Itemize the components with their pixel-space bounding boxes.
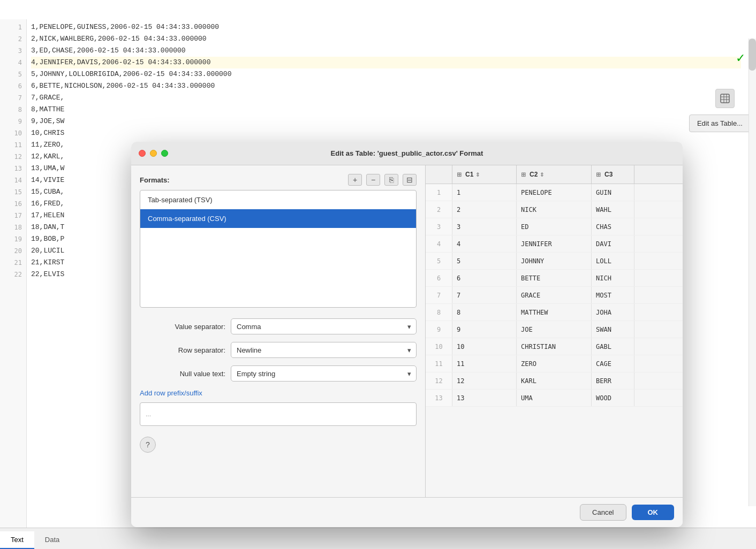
- row-separator-label: Row separator:: [140, 346, 225, 354]
- td-c1: 9: [452, 321, 517, 338]
- td-row-num: 1: [426, 184, 452, 201]
- td-c3: LOLL: [592, 253, 634, 269]
- td-c1: 6: [452, 270, 517, 286]
- tab-data[interactable]: Data: [34, 531, 70, 549]
- table-row[interactable]: 1010CHRISTIANGABL: [426, 338, 683, 355]
- dialog-title: Edit as Table: 'guest_public_actor.csv' …: [331, 149, 483, 157]
- scrollbar-thumb[interactable]: [749, 39, 756, 71]
- code-line: 9,JOE,SW: [31, 116, 741, 127]
- format-csv[interactable]: Comma-separated (CSV): [140, 209, 416, 228]
- tab-text[interactable]: Text: [0, 531, 34, 549]
- window-minimize-button[interactable]: [150, 150, 157, 157]
- value-separator-row: Value separator: Comma Tab Semicolon Spa…: [140, 318, 417, 334]
- table-row[interactable]: 66BETTENICH: [426, 270, 683, 287]
- td-c1: 8: [452, 304, 517, 321]
- td-c2: ZERO: [517, 355, 592, 372]
- td-c2: UMA: [517, 390, 592, 406]
- th-c1[interactable]: ⊞ C1 ⇕: [452, 165, 517, 184]
- dialog-footer: Cancel OK: [131, 497, 683, 527]
- table-row[interactable]: 33EDCHAS: [426, 218, 683, 235]
- td-c3: GABL: [592, 338, 634, 355]
- td-c1: 5: [452, 253, 517, 269]
- th-c1-sort: ⇕: [475, 172, 480, 178]
- table-row[interactable]: 1313UMAWOOD: [426, 390, 683, 407]
- td-c3: WAHL: [592, 201, 634, 218]
- td-c3: JOHA: [592, 304, 634, 321]
- th-c3[interactable]: ⊞ C3: [592, 165, 634, 184]
- bottom-tabs: Text Data: [0, 528, 756, 549]
- cancel-button[interactable]: Cancel: [580, 504, 626, 521]
- table-row[interactable]: 99JOESWAN: [426, 321, 683, 338]
- td-row-num: 5: [426, 253, 452, 269]
- td-c2: ED: [517, 218, 592, 235]
- td-c3: MOST: [592, 287, 634, 303]
- td-c1: 12: [452, 372, 517, 389]
- window-maximize-button[interactable]: [161, 150, 168, 157]
- checkmark-icon: ✓: [736, 51, 745, 65]
- table-row[interactable]: 11PENELOPEGUIN: [426, 184, 683, 201]
- td-c1: 2: [452, 201, 517, 218]
- table-row[interactable]: 77GRACEMOST: [426, 287, 683, 304]
- dialog-right-panel: ⊞ C1 ⇕ ⊞ C2 ⇕ ⊞ C3 11PENELOPEGUIN22NICKW…: [426, 165, 683, 497]
- window-close-button[interactable]: [139, 150, 146, 157]
- th-c3-label: C3: [604, 171, 613, 178]
- td-c2: NICK: [517, 201, 592, 218]
- table-row[interactable]: 44JENNIFERDAVI: [426, 235, 683, 253]
- row-separator-wrapper: Newline CR+LF: [231, 342, 417, 358]
- td-c3: GUIN: [592, 184, 634, 201]
- td-c3: BERR: [592, 372, 634, 389]
- svg-rect-0: [721, 94, 729, 103]
- null-value-row: Null value text: Empty string NULL None: [140, 365, 417, 382]
- table-row[interactable]: 1212KARLBERR: [426, 372, 683, 390]
- td-c2: JENNIFER: [517, 235, 592, 252]
- add-format-button[interactable]: +: [348, 174, 362, 186]
- row-separator-select[interactable]: Newline CR+LF: [231, 342, 417, 358]
- td-c2: CHRISTIAN: [517, 338, 592, 355]
- code-line: 3,ED,CHASE,2006-02-15 04:34:33.000000: [31, 45, 741, 57]
- edit-as-table-icon[interactable]: [715, 89, 735, 108]
- table-row[interactable]: 88MATTHEWJOHA: [426, 304, 683, 321]
- ok-button[interactable]: OK: [632, 505, 675, 520]
- code-line: 1,PENELOPE,GUINESS,2006-02-15 04:34:33.0…: [31, 21, 741, 33]
- td-c1: 4: [452, 235, 517, 252]
- td-row-num: 8: [426, 304, 452, 321]
- td-row-num: 13: [426, 390, 452, 406]
- table-row[interactable]: 1111ZEROCAGE: [426, 355, 683, 372]
- save-format-button[interactable]: ⊟: [403, 174, 417, 186]
- add-row-prefix-link[interactable]: Add row prefix/suffix: [140, 389, 417, 397]
- td-row-num: 10: [426, 338, 452, 355]
- formats-header: Formats: + − ⎘ ⊟: [140, 174, 417, 186]
- th-c2[interactable]: ⊞ C2 ⇕: [517, 165, 592, 184]
- table-row[interactable]: 55JOHNNYLOLL: [426, 253, 683, 270]
- th-c2-label: C2: [530, 171, 538, 178]
- td-c1: 1: [452, 184, 517, 201]
- td-c3: WOOD: [592, 390, 634, 406]
- line-numbers: 12345678910111213141516171819202122: [0, 19, 27, 528]
- code-line: 8,MATTHE: [31, 104, 741, 116]
- table-row[interactable]: 22NICKWAHL: [426, 201, 683, 218]
- td-c1: 7: [452, 287, 517, 303]
- dialog-body: Formats: + − ⎘ ⊟ Tab-separated (TSV) Com…: [131, 165, 683, 497]
- td-c1: 13: [452, 390, 517, 406]
- value-separator-label: Value separator:: [140, 323, 225, 331]
- td-c2: JOE: [517, 321, 592, 338]
- null-value-label: Null value text:: [140, 370, 225, 378]
- th-c2-sort: ⇕: [540, 172, 544, 178]
- th-row-num: [426, 165, 452, 184]
- td-c1: 10: [452, 338, 517, 355]
- td-c2: JOHNNY: [517, 253, 592, 269]
- remove-format-button[interactable]: −: [366, 174, 380, 186]
- copy-format-button[interactable]: ⎘: [384, 174, 398, 186]
- code-line: 4,JENNIFER,DAVIS,2006-02-15 04:34:33.000…: [31, 57, 741, 68]
- null-value-select[interactable]: Empty string NULL None: [231, 365, 417, 382]
- scrollbar[interactable]: [749, 39, 756, 506]
- table-header: ⊞ C1 ⇕ ⊞ C2 ⇕ ⊞ C3: [426, 165, 683, 184]
- td-c3: CHAS: [592, 218, 634, 235]
- value-separator-select[interactable]: Comma Tab Semicolon Space Pipe: [231, 318, 417, 334]
- dialog-left-panel: Formats: + − ⎘ ⊟ Tab-separated (TSV) Com…: [131, 165, 426, 497]
- format-tsv[interactable]: Tab-separated (TSV): [140, 190, 416, 209]
- help-button[interactable]: ?: [140, 437, 156, 453]
- code-line: 5,JOHNNY,LOLLOBRIGIDA,2006-02-15 04:34:3…: [31, 68, 741, 80]
- td-row-num: 2: [426, 201, 452, 218]
- traffic-lights: [139, 150, 168, 157]
